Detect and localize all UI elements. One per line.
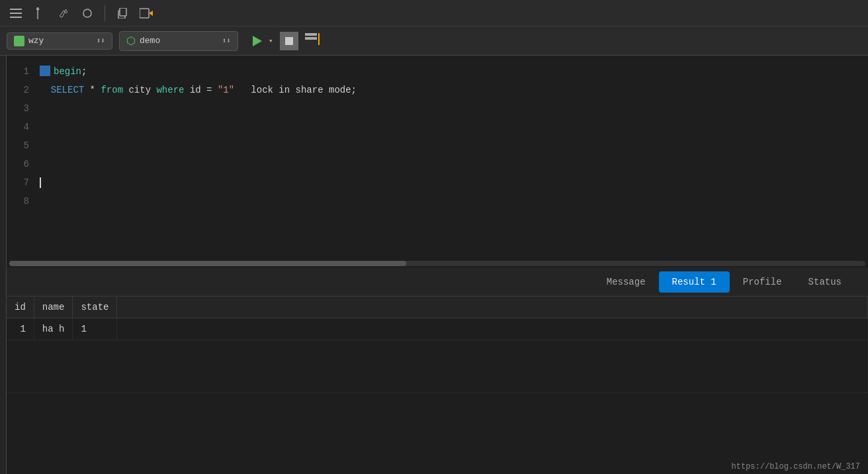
table-row: 1 ha h 1 bbox=[7, 318, 868, 340]
svg-rect-11 bbox=[318, 33, 320, 45]
begin-keyword: begin bbox=[54, 66, 81, 77]
grid-icon[interactable] bbox=[305, 33, 320, 48]
toolbar-wrench-icon[interactable] bbox=[54, 4, 73, 23]
db-chevron-icon: ⬆⬇ bbox=[222, 36, 231, 45]
code-line-2: 2 SELECT * from city where id = "1" lock… bbox=[7, 81, 868, 99]
col-header-name: name bbox=[34, 297, 73, 318]
result-table: id name state 1 ha h 1 bbox=[7, 297, 868, 393]
run-dropdown-icon[interactable]: ▾ bbox=[269, 36, 273, 45]
col-header-extra bbox=[117, 297, 868, 318]
editor-area[interactable]: 1 begin; 2 SELECT * from city where id =… bbox=[7, 56, 868, 267]
code-line-8: 8 bbox=[7, 192, 868, 211]
cell-extra bbox=[117, 318, 868, 340]
begin-semicolon: ; bbox=[81, 66, 87, 77]
mode-word: mode; bbox=[324, 85, 357, 95]
scrollbar-track bbox=[9, 261, 865, 266]
schema-icon bbox=[14, 36, 24, 46]
tab-profile[interactable]: Profile bbox=[730, 271, 795, 293]
id-eq: id = bbox=[184, 85, 217, 95]
cursor bbox=[40, 177, 41, 188]
code-line-4: 4 bbox=[7, 118, 868, 136]
db-label: demo bbox=[140, 36, 160, 46]
line-number-1: 1 bbox=[7, 66, 40, 77]
in-word: in bbox=[273, 85, 296, 95]
horizontal-scrollbar[interactable] bbox=[7, 260, 868, 267]
code-lines: 1 begin; 2 SELECT * from city where id =… bbox=[7, 62, 868, 211]
cell-id: 1 bbox=[7, 318, 34, 340]
code-line-5: 5 bbox=[7, 136, 868, 155]
svg-rect-2 bbox=[10, 17, 22, 18]
svg-rect-9 bbox=[305, 33, 317, 36]
selector-bar: wzy ⬆⬇ ⬡ demo ⬆⬇ ▾ bbox=[0, 26, 868, 56]
footer-url: https://blog.csdn.net/W_317 bbox=[732, 462, 860, 471]
code-line-1: 1 begin; bbox=[7, 62, 868, 81]
code-line-3: 3 bbox=[7, 99, 868, 118]
svg-marker-7 bbox=[149, 11, 153, 16]
line-number-6: 6 bbox=[7, 159, 40, 169]
svg-marker-8 bbox=[253, 36, 262, 46]
line-number-3: 3 bbox=[7, 103, 40, 114]
run-button[interactable] bbox=[245, 31, 269, 51]
line-number-5: 5 bbox=[7, 140, 40, 151]
spaces bbox=[234, 85, 245, 95]
begin-icon bbox=[40, 66, 50, 76]
code-line-7: 7 bbox=[7, 173, 868, 192]
main-content: 1 begin; 2 SELECT * from city where id =… bbox=[0, 56, 868, 474]
svg-rect-6 bbox=[140, 9, 149, 18]
line-number-4: 4 bbox=[7, 122, 40, 132]
svg-rect-0 bbox=[10, 9, 22, 10]
code-line-6: 6 bbox=[7, 155, 868, 173]
asterisk: * bbox=[84, 85, 101, 95]
toolbar-execute-icon[interactable] bbox=[137, 4, 155, 23]
empty-cell bbox=[7, 340, 868, 393]
schema-selector[interactable]: wzy ⬆⬇ bbox=[7, 32, 112, 50]
table-empty-row bbox=[7, 340, 868, 393]
cell-name: ha h bbox=[34, 318, 73, 340]
share-word: share bbox=[296, 85, 324, 95]
select-keyword: SELECT bbox=[40, 85, 84, 95]
stop-button[interactable] bbox=[280, 32, 298, 50]
table-area: id name state 1 ha h 1 bbox=[7, 297, 868, 474]
toolbar bbox=[0, 0, 868, 26]
line-content-7 bbox=[40, 177, 41, 188]
line-number-7: 7 bbox=[7, 177, 40, 188]
string-value: "1" bbox=[218, 85, 234, 95]
toolbar-copy-icon[interactable] bbox=[113, 4, 132, 23]
col-header-state: state bbox=[73, 297, 117, 318]
svg-rect-1 bbox=[10, 13, 22, 14]
from-keyword: from bbox=[101, 85, 123, 95]
toolbar-divider bbox=[105, 5, 105, 21]
city-word: city bbox=[123, 85, 156, 95]
result-tabs: Message Result 1 Profile Status bbox=[7, 267, 868, 297]
schema-chevron-icon: ⬆⬇ bbox=[97, 36, 105, 45]
toolbar-circle-icon[interactable] bbox=[78, 4, 97, 23]
line-content-1: begin; bbox=[40, 66, 87, 77]
stop-icon bbox=[285, 37, 293, 45]
col-header-id: id bbox=[7, 297, 34, 318]
db-selector[interactable]: ⬡ demo ⬆⬇ bbox=[119, 31, 238, 51]
lock-word: lock bbox=[245, 85, 273, 95]
scrollbar-thumb[interactable] bbox=[9, 261, 406, 266]
table-header-row: id name state bbox=[7, 297, 868, 318]
line-content-2: SELECT * from city where id = "1" lock i… bbox=[40, 85, 357, 95]
toolbar-menu-icon[interactable] bbox=[7, 4, 25, 23]
line-number-8: 8 bbox=[7, 196, 40, 207]
footer: https://blog.csdn.net/W_317 bbox=[724, 459, 868, 474]
line-number-2: 2 bbox=[7, 85, 40, 95]
svg-rect-10 bbox=[305, 37, 317, 40]
run-button-group[interactable]: ▾ bbox=[245, 31, 273, 51]
bottom-section: Message Result 1 Profile Status id name … bbox=[7, 267, 868, 474]
svg-point-3 bbox=[83, 9, 91, 17]
tab-status[interactable]: Status bbox=[795, 271, 855, 293]
editor-result-container: 1 begin; 2 SELECT * from city where id =… bbox=[7, 56, 868, 474]
where-keyword: where bbox=[156, 85, 184, 95]
cell-state: 1 bbox=[73, 318, 117, 340]
db-icon: ⬡ bbox=[126, 34, 136, 48]
tab-result1[interactable]: Result 1 bbox=[659, 271, 730, 293]
left-sidebar-handle bbox=[0, 56, 7, 474]
toolbar-cursor-icon[interactable] bbox=[30, 4, 49, 23]
schema-label: wzy bbox=[28, 36, 44, 46]
svg-rect-5 bbox=[120, 8, 126, 16]
tab-message[interactable]: Message bbox=[593, 271, 659, 293]
